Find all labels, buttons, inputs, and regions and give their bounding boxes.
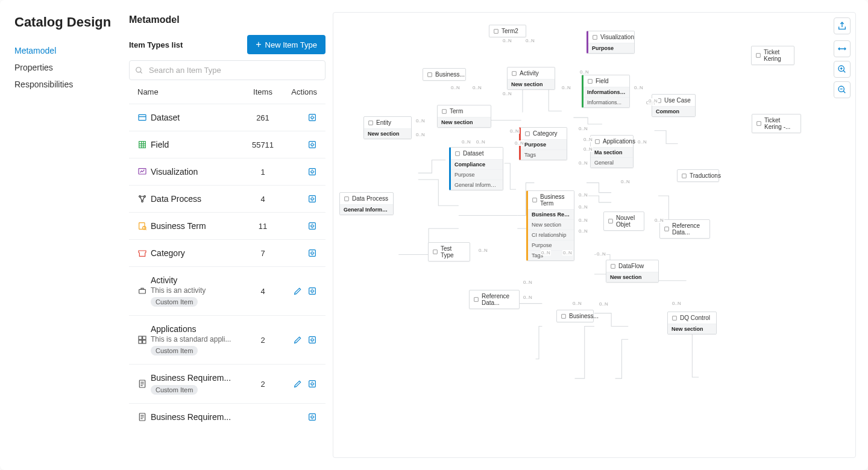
nav-item-metamodel[interactable]: Metamodel [14, 42, 121, 59]
edit-icon [293, 286, 303, 296]
node-title: Business... [435, 71, 465, 78]
nav-item-responsibilities[interactable]: Responsibilities [14, 76, 121, 93]
svg-line-1 [140, 71, 142, 73]
edit-button[interactable] [293, 335, 303, 345]
svg-rect-65 [609, 219, 613, 224]
diagram-node-dataset[interactable]: DatasetCompliancePurposeGeneral Informat… [449, 147, 503, 190]
node-icon [608, 218, 614, 224]
edge-label: 0..N [648, 98, 658, 104]
table-row[interactable]: Dataset 261 [129, 104, 326, 131]
settings-button[interactable] [307, 194, 317, 204]
diagram-node-business2[interactable]: Business... [556, 310, 594, 322]
sidebar: Catalog Design MetamodelPropertiesRespon… [0, 0, 121, 470]
table-row[interactable]: Field 55711 [129, 131, 326, 158]
table-row[interactable]: Category 7 [129, 239, 326, 266]
export-button[interactable] [834, 17, 851, 34]
settings-button[interactable] [307, 286, 317, 296]
node-sub: Informations... [583, 97, 629, 107]
node-header: Category [521, 128, 567, 139]
diagram-node-dqcontrol[interactable]: DQ ControlNew section [667, 312, 717, 334]
zoom-in-button[interactable] [834, 61, 851, 78]
diagram-node-nouvelobjet[interactable]: Nouvel Objet [603, 212, 644, 231]
table-row[interactable]: ApplicationsThis is a standard appli...C… [129, 315, 326, 364]
diagram-node-visualization[interactable]: VisualizationPurpose [587, 31, 635, 54]
node-title: Nouvel Objet [616, 215, 640, 228]
settings-button[interactable] [307, 335, 317, 345]
node-header: Business... [423, 69, 465, 80]
node-icon [671, 315, 678, 321]
nav-item-properties[interactable]: Properties [14, 59, 121, 76]
row-desc: This is a standard appli... [151, 335, 245, 343]
search-input[interactable] [129, 60, 326, 80]
fit-button[interactable] [834, 40, 851, 57]
diagram-node-testtype[interactable]: Test Type [428, 242, 470, 262]
svg-line-77 [843, 91, 845, 93]
node-title: Ticket Kering [764, 49, 790, 62]
node-title: Traductions [690, 172, 721, 179]
node-sub: Purpose [521, 139, 567, 149]
edge-label: 0..N [561, 85, 571, 90]
row-items: 4 [245, 195, 281, 204]
row-items: 261 [245, 113, 281, 122]
diagram-node-dataprocess[interactable]: Data ProcessGeneral Information [339, 192, 394, 215]
diagram-node-ticketkering2[interactable]: Ticket Kering -... [752, 114, 801, 133]
svg-rect-52 [428, 72, 432, 77]
settings-button[interactable] [307, 248, 317, 258]
diagram-node-term[interactable]: TermNew section [437, 105, 491, 128]
table-row[interactable]: Business Term 11 [129, 212, 326, 239]
diagram-node-applications[interactable]: ApplicationsMa sectionGeneral [590, 135, 634, 168]
edit-button[interactable] [293, 286, 303, 296]
node-header: Nouvel Objet [604, 212, 644, 230]
row-actions [281, 248, 317, 258]
row-icon-cell [137, 248, 151, 258]
settings-button[interactable] [307, 167, 317, 177]
node-title: Use Case [664, 97, 691, 104]
settings-icon [307, 248, 317, 258]
diagram-canvas[interactable]: Term2VisualizationPurposeTicket KeringBu… [333, 12, 856, 458]
table-row[interactable]: Business Requirem... [129, 403, 326, 430]
node-header: Test Type [429, 243, 470, 261]
node-header: Field [583, 75, 629, 87]
diagram-node-term2[interactable]: Term2 [489, 25, 526, 37]
edit-button[interactable] [293, 379, 303, 389]
node-icon [594, 139, 600, 145]
edge-label: 0..N [502, 91, 512, 96]
table-row[interactable]: Data Process 4 [129, 185, 326, 212]
settings-button[interactable] [307, 221, 317, 231]
settings-button[interactable] [307, 379, 317, 389]
table-row[interactable]: Visualization 1 [129, 158, 326, 185]
diagram-node-field[interactable]: FieldInformations métierInformations... [582, 75, 630, 108]
section-title: Metamodel [129, 14, 326, 25]
zoom-out-icon [837, 85, 847, 95]
settings-button[interactable] [307, 412, 317, 422]
col-actions: Actions [281, 87, 317, 96]
diagram-node-refdata2[interactable]: Reference Data... [469, 290, 520, 309]
edge-label: 0..N [450, 85, 461, 90]
settings-button[interactable] [307, 140, 317, 149]
diagram-node-dataflow[interactable]: DataFlowNew section [606, 260, 659, 283]
diagram-node-activity[interactable]: ActivityNew section [507, 67, 555, 90]
node-title: Reference Data... [482, 293, 515, 306]
settings-button[interactable] [307, 113, 317, 122]
svg-rect-53 [512, 71, 517, 75]
diagram-node-ticketkering[interactable]: Ticket Kering [751, 46, 794, 65]
table-row[interactable]: Business Requirem...Custom Item 2 [129, 364, 326, 403]
businessterm-icon [137, 221, 147, 231]
diagram-node-category[interactable]: CategoryPurposeTags [519, 127, 567, 160]
new-item-type-button[interactable]: + New Item Type [247, 35, 326, 54]
node-header: Use Case [652, 95, 695, 106]
node-header: Traductions [678, 170, 719, 181]
diagram-node-traductions[interactable]: Traductions [677, 169, 719, 182]
diagram-node-usecase[interactable]: Use CaseCommon [652, 94, 696, 117]
zoom-out-button[interactable] [834, 81, 851, 98]
node-sub: Business Requirement [528, 209, 574, 219]
settings-icon [307, 286, 317, 296]
diagram-node-refdata[interactable]: Reference Data... [659, 219, 710, 239]
diagram-node-entity[interactable]: EntityNew section [363, 116, 412, 139]
table-row[interactable]: ActivityThis is an activityCustom Item 4 [129, 266, 326, 315]
diagram-node-business1[interactable]: Business... [423, 68, 466, 81]
svg-rect-63 [345, 196, 349, 201]
svg-rect-51 [756, 54, 761, 58]
row-name-cell: Business Term [151, 221, 245, 231]
row-items: 2 [245, 380, 281, 389]
